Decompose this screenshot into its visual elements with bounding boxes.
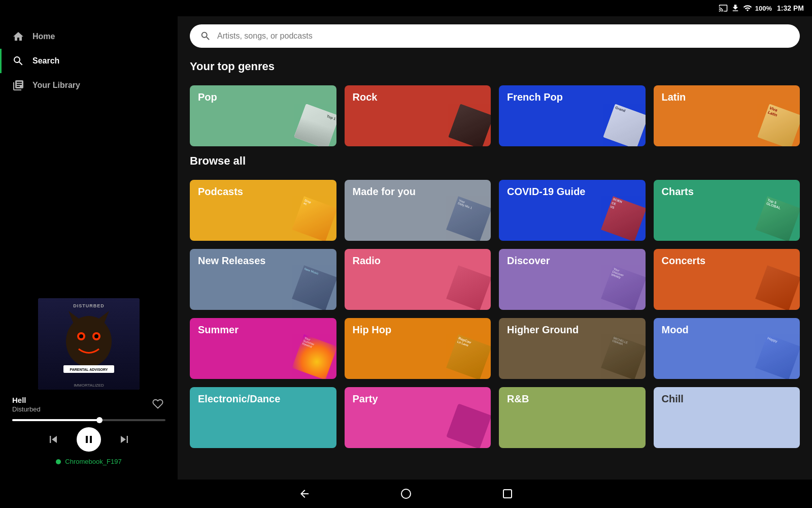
main-layout: Home Search Your Library <box>0 16 812 480</box>
sidebar-nav: Home Search Your Library <box>0 16 178 106</box>
heart-icon <box>152 398 163 409</box>
sidebar: Home Search Your Library <box>0 16 178 480</box>
search-input[interactable] <box>217 31 790 41</box>
genre-card-latin[interactable]: Latin VivaLatin <box>654 85 800 146</box>
now-playing-section: DISTURBED <box>0 288 178 480</box>
sidebar-search-label: Search <box>32 56 59 66</box>
genre-card-chill[interactable]: Chill <box>654 387 800 448</box>
device-dot <box>56 459 61 464</box>
genre-label-hip-hop: Hip Hop <box>353 324 392 336</box>
genre-label-covid: COVID-19 Guide <box>507 186 585 198</box>
progress-container[interactable] <box>12 419 165 421</box>
genre-label-rnb: R&B <box>507 393 529 405</box>
home-icon <box>12 30 24 43</box>
genre-card-made-for-you[interactable]: Made for you YourDaily Mix 1 <box>345 180 491 241</box>
content-area[interactable]: Your top genres Pop Top 1 Rock <box>178 16 812 480</box>
sidebar-item-library[interactable]: Your Library <box>0 73 178 98</box>
device-name: Chromebook_F197 <box>65 458 121 465</box>
sidebar-library-label: Your Library <box>32 81 80 90</box>
genre-card-concerts[interactable]: Concerts <box>654 249 800 310</box>
genre-card-new-releases[interactable]: New Releases New Music <box>190 249 336 310</box>
genre-label-charts: Charts <box>662 186 694 198</box>
clock: 1:32 PM <box>777 4 804 12</box>
genre-card-pop[interactable]: Pop Top 1 <box>190 85 336 146</box>
progress-fill <box>12 419 99 421</box>
sidebar-item-home[interactable]: Home <box>0 24 178 49</box>
genre-card-summer[interactable]: Summer YourSummerRewind <box>190 318 336 379</box>
sidebar-home-label: Home <box>32 32 55 41</box>
browse-all-title: Browse all <box>190 154 800 168</box>
genre-card-electronic[interactable]: Electronic/Dance <box>190 387 336 448</box>
sidebar-item-search[interactable]: Search <box>0 49 178 73</box>
genre-label-higher-ground: Higher Ground <box>507 324 579 336</box>
top-genres-grid: Pop Top 1 Rock French Pop Gra <box>178 85 812 146</box>
genre-card-rock[interactable]: Rock <box>345 85 491 146</box>
genre-label-chill: Chill <box>662 393 684 405</box>
genre-card-mood[interactable]: Mood Happy <box>654 318 800 379</box>
next-button[interactable] <box>115 430 133 449</box>
svg-text:PARENTAL ADVISORY: PARENTAL ADVISORY <box>70 368 108 371</box>
prev-button[interactable] <box>44 430 62 449</box>
svg-rect-10 <box>503 490 512 498</box>
device-bar: Chromebook_F197 <box>56 458 121 469</box>
battery-indicator: 100% <box>755 5 772 12</box>
track-name: Hell <box>12 396 150 404</box>
track-info: Hell Disturbed <box>12 396 165 413</box>
genre-label-podcasts: Podcasts <box>198 186 243 198</box>
genre-label-rock: Rock <box>353 91 378 103</box>
genre-label-mood: Mood <box>662 324 689 336</box>
browse-row-2: New Releases New Music Radio Discover Yo… <box>178 249 812 310</box>
genre-card-charts[interactable]: Charts Top 5GLOBAL <box>654 180 800 241</box>
browse-row-4: Electronic/Dance Party R&B Chill <box>178 387 812 448</box>
genre-label-new-releases: New Releases <box>198 255 265 267</box>
search-nav-icon <box>12 55 24 67</box>
top-genres-section: Your top genres <box>178 52 812 85</box>
genre-card-discover[interactable]: Discover YourDiscoverWeekly <box>499 249 646 310</box>
genre-label-summer: Summer <box>198 324 239 336</box>
genre-card-french-pop[interactable]: French Pop Grand <box>499 85 646 146</box>
genre-label-latin: Latin <box>662 91 686 103</box>
search-bar-container <box>178 16 812 52</box>
svg-point-4 <box>94 334 98 338</box>
genre-label-discover: Discover <box>507 255 550 267</box>
genre-label-made-for-you: Made for you <box>353 186 416 198</box>
android-nav-bar <box>0 480 812 508</box>
genre-card-hip-hop[interactable]: Hip Hop RapCavLit Lane <box>345 318 491 379</box>
album-art: DISTURBED <box>38 298 140 390</box>
genre-label-radio: Radio <box>353 255 381 267</box>
track-artist: Disturbed <box>12 405 150 413</box>
wifi-icon <box>743 4 752 13</box>
download-icon <box>731 4 740 13</box>
library-icon <box>12 79 24 91</box>
genre-card-covid[interactable]: COVID-19 Guide SCIENCEVS <box>499 180 646 241</box>
genre-card-podcasts[interactable]: Podcasts Dispec <box>190 180 336 241</box>
genre-label-pop: Pop <box>198 91 217 103</box>
back-button[interactable] <box>294 484 315 504</box>
browse-row-3: Summer YourSummerRewind Hip Hop RapCavLi… <box>178 318 812 379</box>
genre-label-electronic: Electronic/Dance <box>198 393 280 405</box>
browse-row-1: Podcasts Dispec Made for you YourDaily M… <box>178 180 812 241</box>
search-bar[interactable] <box>190 24 800 48</box>
top-genres-title: Your top genres <box>190 60 800 73</box>
search-icon <box>200 30 211 42</box>
svg-point-0 <box>66 316 112 367</box>
cast-icon <box>719 4 728 13</box>
genre-card-radio[interactable]: Radio <box>345 249 491 310</box>
android-recent-button[interactable] <box>497 484 518 504</box>
like-button[interactable] <box>150 396 165 413</box>
progress-bar[interactable] <box>12 419 165 421</box>
genre-card-higher-ground[interactable]: Higher Ground MICHELLEOBAMA <box>499 318 646 379</box>
svg-point-3 <box>79 334 83 338</box>
genre-label-french-pop: French Pop <box>507 91 563 103</box>
play-pause-button[interactable] <box>77 427 101 452</box>
svg-point-9 <box>401 489 411 498</box>
genre-card-party[interactable]: Party <box>345 387 491 448</box>
genre-label-party: Party <box>353 393 378 405</box>
track-text: Hell Disturbed <box>12 396 150 413</box>
genre-label-concerts: Concerts <box>662 255 706 267</box>
android-home-button[interactable] <box>396 484 416 504</box>
playback-controls <box>12 427 165 452</box>
status-bar: 100% 1:32 PM <box>0 0 812 16</box>
browse-all-section: Browse all <box>178 146 812 180</box>
genre-card-rnb[interactable]: R&B <box>499 387 646 448</box>
